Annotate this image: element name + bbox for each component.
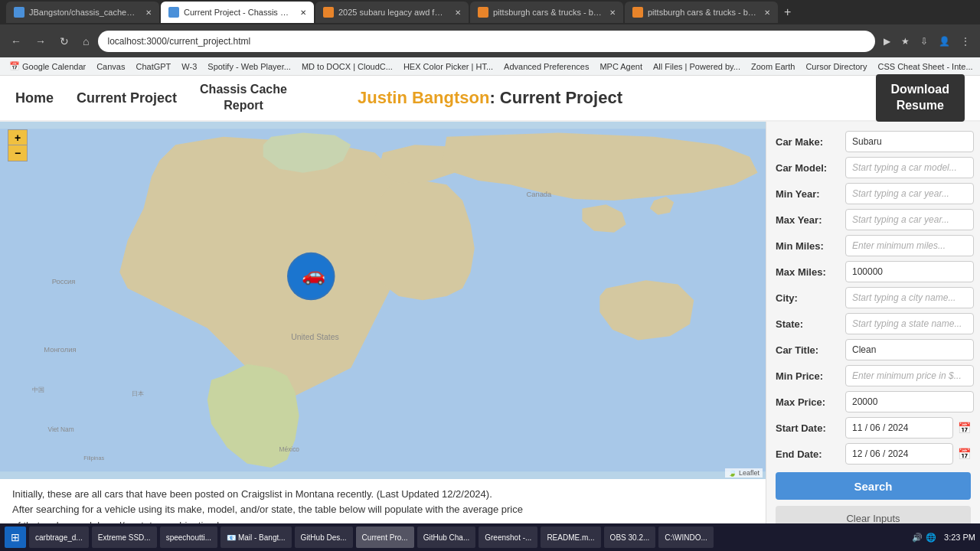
- info-line2: After searching for a vehicle using its …: [12, 502, 753, 518]
- label-max-price: Max Price:: [776, 396, 841, 408]
- form-row-min-miles: Min Miles:: [776, 235, 971, 256]
- nav-home[interactable]: Home: [15, 90, 54, 106]
- input-max-miles[interactable]: [845, 261, 974, 282]
- input-car-title[interactable]: [845, 339, 974, 360]
- form-row-city: City:: [776, 287, 971, 308]
- zoom-in-button[interactable]: +: [8, 130, 27, 145]
- input-max-year[interactable]: [845, 209, 974, 230]
- taskbar-time: 3:23 PM: [944, 533, 975, 542]
- svg-text:Viet Nam: Viet Nam: [48, 425, 74, 433]
- map-svg: United States Canada Россия Монголия 中国 …: [0, 122, 766, 479]
- tab-close-4[interactable]: ✕: [609, 8, 616, 17]
- svg-text:Malaysia: Malaysia: [83, 478, 106, 479]
- sys-icon-1: 🔊: [912, 533, 923, 543]
- bookmark-canvas[interactable]: Canvas: [93, 60, 128, 73]
- browser-chrome: JBangston/chassis_cache_dash... ✕ Curren…: [0, 0, 980, 57]
- input-min-price[interactable]: [845, 365, 974, 386]
- tab-close-3[interactable]: ✕: [455, 8, 461, 17]
- calendar-icon-end[interactable]: 📅: [958, 448, 971, 460]
- taskbar-current-pro[interactable]: Current Pro...: [356, 527, 414, 548]
- input-end-date[interactable]: [845, 443, 953, 465]
- tab-close-1[interactable]: ✕: [145, 8, 152, 17]
- bookmark-css[interactable]: CSS Cheat Sheet - Inte...: [875, 60, 976, 73]
- forward-button[interactable]: →: [31, 32, 51, 51]
- taskbar-obs[interactable]: OBS 30.2...: [604, 527, 656, 548]
- svg-text:Монголия: Монголия: [44, 346, 76, 354]
- bookmark-all-files[interactable]: All Files | Powered by...: [650, 60, 743, 73]
- taskbar-readme[interactable]: README.m...: [541, 527, 600, 548]
- taskbar-github-cha[interactable]: GitHub Cha...: [417, 527, 476, 548]
- input-max-price[interactable]: [845, 391, 974, 412]
- reload-button[interactable]: ↻: [55, 32, 74, 51]
- menu-button[interactable]: ⋮: [957, 34, 974, 49]
- form-row-min-price: Min Price:: [776, 365, 971, 386]
- taskbar-speechoutti[interactable]: speechoutti...: [160, 527, 217, 548]
- label-city: City:: [776, 292, 841, 304]
- tab-2[interactable]: Current Project - Chassis Cache ✕: [161, 2, 314, 23]
- tab-bar: JBangston/chassis_cache_dash... ✕ Curren…: [0, 0, 980, 24]
- tab-5[interactable]: pittsburgh cars & trucks - by o... ✕: [625, 2, 778, 23]
- tab-3[interactable]: 2025 subaru legacy awd for sal... ✕: [315, 2, 469, 23]
- taskbar-windows[interactable]: C:\WINDO...: [658, 527, 714, 548]
- taskbar-mail[interactable]: 📧 Mail - Bangt...: [220, 527, 291, 548]
- svg-text:中国: 中国: [32, 386, 44, 393]
- download-resume-button[interactable]: DownloadResume: [876, 74, 965, 122]
- bookmarks-bar: 📅Google Calendar Canvas ChatGPT W-3 Spot…: [0, 57, 980, 76]
- home-button[interactable]: ⌂: [78, 32, 93, 51]
- extensions-button[interactable]: ▶: [880, 34, 894, 49]
- input-state[interactable]: [845, 313, 974, 334]
- download-button[interactable]: ⇩: [916, 34, 932, 49]
- input-city[interactable]: [845, 287, 974, 308]
- app-header: Home Current Project Chassis Cache Repor…: [0, 76, 980, 122]
- taskbar-extreme-ssd[interactable]: Extreme SSD...: [92, 527, 157, 548]
- app-wrapper: Home Current Project Chassis Cache Repor…: [0, 76, 980, 551]
- bookmark-md-docx[interactable]: MD to DOCX | CloudC...: [299, 60, 396, 73]
- svg-text:🚗: 🚗: [302, 262, 326, 286]
- tab-close-5[interactable]: ✕: [764, 8, 770, 17]
- svg-text:United States: United States: [291, 333, 338, 341]
- form-row-max-price: Max Price:: [776, 391, 971, 412]
- form-row-car-title: Car Title:: [776, 339, 971, 360]
- zoom-out-button[interactable]: −: [8, 145, 27, 161]
- map-container[interactable]: United States Canada Россия Монголия 中国 …: [0, 122, 766, 479]
- address-input[interactable]: [98, 31, 875, 52]
- search-button[interactable]: Search: [776, 472, 971, 500]
- bookmark-hex[interactable]: HEX Color Picker | HT...: [400, 60, 496, 73]
- bookmark-google-calendar[interactable]: 📅Google Calendar: [6, 60, 89, 73]
- map-zoom-controls: + −: [8, 129, 28, 161]
- tab-favicon-1: [14, 7, 24, 18]
- label-max-year: Max Year:: [776, 214, 841, 226]
- bookmark-cursor-dir[interactable]: Cursor Directory: [802, 60, 870, 73]
- back-button[interactable]: ←: [6, 32, 26, 51]
- bookmark-chatgpt[interactable]: ChatGPT: [132, 60, 174, 73]
- input-min-year[interactable]: [845, 183, 974, 204]
- input-start-date[interactable]: [845, 417, 953, 439]
- svg-text:Filipinas: Filipinas: [83, 455, 104, 461]
- tab-1[interactable]: JBangston/chassis_cache_dash... ✕: [6, 2, 159, 23]
- tab-close-2[interactable]: ✕: [300, 8, 306, 17]
- taskbar-github-des[interactable]: GitHub Des...: [295, 527, 353, 548]
- input-car-model[interactable]: [845, 157, 974, 178]
- profile-button[interactable]: 👤: [935, 34, 954, 49]
- start-button[interactable]: ⊞: [5, 527, 26, 548]
- label-end-date: End Date:: [776, 448, 841, 460]
- map-cluster[interactable]: 🚗: [287, 253, 335, 301]
- svg-text:Colombia: Colombia: [307, 478, 332, 479]
- bookmark-adv-prefs[interactable]: Advanced Preferences: [501, 60, 592, 73]
- calendar-icon-start[interactable]: 📅: [958, 422, 971, 434]
- nav-current-project[interactable]: Current Project: [77, 90, 177, 106]
- bookmark-spotify[interactable]: Spotify - Web Player...: [204, 60, 294, 73]
- form-row-state: State:: [776, 313, 971, 334]
- new-tab-button[interactable]: +: [779, 5, 795, 19]
- input-min-miles[interactable]: [845, 235, 974, 256]
- main-content: United States Canada Россия Монголия 中国 …: [0, 122, 980, 551]
- tab-4[interactable]: pittsburgh cars & trucks - by o... ✕: [470, 2, 623, 23]
- nav-chassis-cache[interactable]: Chassis Cache Report: [200, 82, 287, 114]
- bookmark-mpc[interactable]: MPC Agent: [596, 60, 645, 73]
- input-car-make[interactable]: [845, 131, 974, 152]
- bookmark-zoom-earth[interactable]: Zoom Earth: [748, 60, 798, 73]
- bookmark-w3[interactable]: W-3: [178, 60, 200, 73]
- taskbar-carbtrage[interactable]: carbtrage_d...: [29, 527, 89, 548]
- bookmark-button[interactable]: ★: [897, 34, 913, 49]
- taskbar-greenshot[interactable]: Greenshot -...: [479, 527, 537, 548]
